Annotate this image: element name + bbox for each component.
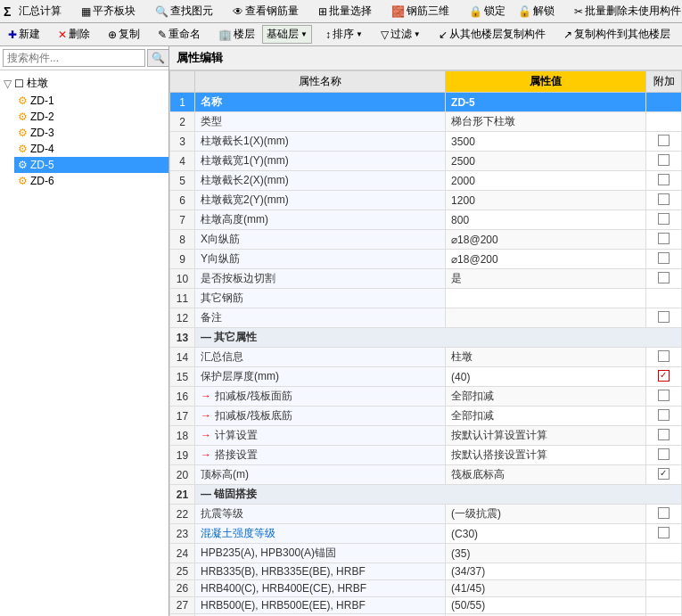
prop-name-cell[interactable]: 柱墩截宽1(Y)(mm) [195,152,446,171]
checkbox[interactable] [658,135,670,146]
checkbox[interactable] [658,193,670,205]
prop-extra-cell[interactable] [646,289,682,308]
checkbox[interactable] [658,390,670,401]
prop-value-cell[interactable]: 800 [446,210,646,230]
prop-value-cell[interactable]: 按默认计算设置计算 [446,426,646,446]
prop-name-cell[interactable]: 顶标高(m) [195,465,446,485]
prop-value-cell[interactable]: 2500 [446,152,646,171]
prop-name-cell[interactable]: 保护层厚度(mm) [195,367,446,387]
checkbox[interactable] [658,448,670,460]
btn-delete[interactable]: ✕ 删除 [53,25,94,44]
prop-name-cell[interactable]: →计算设置 [195,426,446,446]
prop-value-cell[interactable]: (C30) [446,524,646,544]
tree-item-zd2[interactable]: ⚙ ZD-2 [14,109,168,125]
btn-from-floor[interactable]: ↙ 从其他楼层复制构件 [434,25,550,44]
prop-name-cell[interactable]: 汇总信息 [195,348,446,367]
btn-find-element[interactable]: 🔍 查找图元 [151,2,218,21]
btn-rebar-3d[interactable]: 🧱 钢筋三维 [387,2,454,21]
prop-value-cell[interactable]: ⌀18@200 [446,250,646,269]
tree-item-zd4[interactable]: ⚙ ZD-4 [14,141,168,157]
prop-value-cell[interactable]: 梯台形下柱墩 [446,112,646,132]
checkbox[interactable] [658,527,670,538]
checkbox-checked[interactable] [658,370,670,382]
tree-item-zd1[interactable]: ⚙ ZD-1 [14,93,168,109]
prop-name-cell[interactable]: X向纵筋 [195,230,446,250]
prop-name-cell[interactable]: 名称 [195,93,446,112]
prop-name-cell[interactable]: HPB235(A), HPB300(A)锚固 [195,544,446,563]
tree-item-zd5[interactable]: ⚙ ZD-5 [14,157,168,173]
prop-extra-cell[interactable] [646,446,682,465]
checkbox[interactable] [658,272,670,283]
prop-extra-cell[interactable] [646,597,682,614]
checkbox[interactable] [658,507,670,519]
prop-extra-cell[interactable] [646,563,682,580]
prop-extra-cell[interactable] [646,112,682,132]
prop-name-cell[interactable]: 类型 [195,112,446,132]
prop-value-cell[interactable]: 1200 [446,191,646,210]
prop-extra-cell[interactable] [646,505,682,524]
prop-value-cell[interactable]: 是 [446,269,646,289]
btn-batch-select[interactable]: ⊞ 批量选择 [314,2,376,21]
prop-value-cell[interactable] [446,308,646,328]
prop-name-cell[interactable]: HRB500(E), HRB500E(EE), HRBF [195,597,446,614]
prop-extra-cell[interactable] [646,250,682,269]
btn-copy-to-floor[interactable]: ↗ 复制构件到其他楼层 [559,25,675,44]
prop-value-cell[interactable]: (41/45) [446,580,646,597]
prop-extra-cell[interactable] [646,230,682,250]
prop-extra-cell[interactable] [646,171,682,191]
prop-value-cell[interactable] [446,289,646,308]
search-input[interactable] [3,49,145,67]
tree-item-zd6[interactable]: ⚙ ZD-6 [14,173,168,189]
checkbox[interactable] [658,350,670,362]
checkbox-checked-black[interactable] [658,468,670,480]
prop-name-cell[interactable]: 柱墩截宽2(Y)(mm) [195,191,446,210]
btn-floor[interactable]: 🏢 楼层 [214,25,259,44]
prop-value-cell[interactable]: (50/55) [446,597,646,614]
props-scroll[interactable]: 属性名称 属性值 附加 1 名称 ZD-5 2 类型 梯台形下柱墩 3 柱墩截长… [169,70,682,616]
prop-value-cell[interactable]: 全部扣减 [446,407,646,426]
prop-name-cell[interactable]: Y向纵筋 [195,250,446,269]
btn-batch-delete[interactable]: ✂ 批量删除未使用构件 [570,2,682,21]
prop-extra-cell[interactable] [646,152,682,171]
prop-name-cell[interactable]: →搭接设置 [195,446,446,465]
prop-value-cell[interactable]: 全部扣减 [446,387,646,407]
prop-value-cell[interactable]: (一级抗震) [446,505,646,524]
prop-extra-cell[interactable] [646,524,682,544]
prop-extra-cell[interactable] [646,465,682,485]
prop-value-cell[interactable]: (35) [446,544,646,563]
prop-extra-cell[interactable] [646,348,682,367]
prop-name-cell[interactable]: 混凝土强度等级 [195,524,446,544]
prop-extra-cell[interactable] [646,132,682,152]
btn-lock[interactable]: 🔒 锁定 [464,2,510,21]
prop-extra-cell[interactable] [646,580,682,597]
checkbox[interactable] [658,429,670,440]
btn-align-floor[interactable]: ▦ 平齐板块 [77,2,140,21]
prop-name-cell[interactable]: 柱墩截长2(X)(mm) [195,171,446,191]
prop-value-cell[interactable]: 按默认搭接设置计算 [446,446,646,465]
checkbox[interactable] [658,252,670,264]
btn-unlock[interactable]: 🔓 解锁 [514,2,559,21]
prop-name-cell[interactable]: HRB400(C), HRB400E(CE), HRBF [195,580,446,597]
prop-name-cell[interactable]: 是否按板边切割 [195,269,446,289]
prop-extra-cell[interactable] [646,191,682,210]
tree-item-zd3[interactable]: ⚙ ZD-3 [14,125,168,141]
btn-sort[interactable]: ↕ 排序 ▼ [321,25,367,44]
prop-value-cell[interactable]: (34/37) [446,563,646,580]
btn-new[interactable]: ✚ 新建 [4,25,45,44]
search-button[interactable]: 🔍 [147,49,169,67]
prop-value-cell[interactable]: ⌀18@200 [446,230,646,250]
checkbox[interactable] [658,311,670,323]
prop-value-cell[interactable]: 筏板底标高 [446,465,646,485]
prop-value-cell[interactable]: 柱墩 [446,348,646,367]
prop-extra-cell[interactable] [646,210,682,230]
btn-rename[interactable]: ✎ 重命名 [153,25,205,44]
prop-extra-cell[interactable] [646,367,682,387]
prop-name-cell[interactable]: 柱墩高度(mm) [195,210,446,230]
checkbox[interactable] [658,409,670,421]
prop-extra-cell[interactable] [646,407,682,426]
checkbox[interactable] [658,213,670,225]
prop-name-cell[interactable]: 其它钢筋 [195,289,446,308]
prop-value-cell[interactable]: ZD-5 [446,93,646,112]
prop-name-cell[interactable]: 柱墩截长1(X)(mm) [195,132,446,152]
prop-name-cell[interactable]: 抗震等级 [195,505,446,524]
